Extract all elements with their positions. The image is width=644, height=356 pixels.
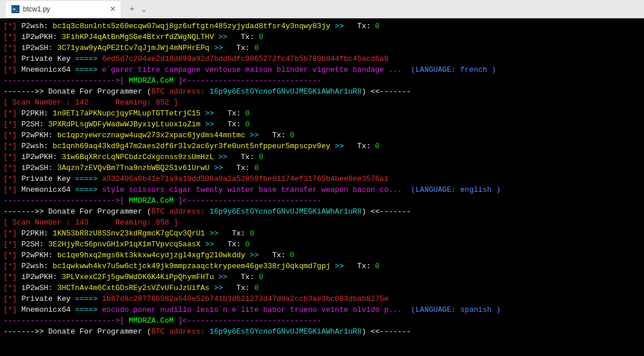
tab-active[interactable]: >_ btcw1.py ✕ [6, 1, 121, 17]
terminal-output: [*] P2wsh: bc1q3c8unlnts5z60ecqw07wqj8gz… [0, 18, 644, 356]
new-tab-button[interactable]: + [130, 5, 134, 14]
tab-title: btcw1.py [23, 5, 50, 13]
tab-bar: >_ btcw1.py ✕ + ⌄ [0, 0, 644, 18]
tab-dropdown-icon[interactable]: ⌄ [141, 4, 146, 14]
close-icon[interactable]: ✕ [110, 5, 116, 13]
powershell-icon: >_ [11, 5, 20, 13]
window: >_ btcw1.py ✕ + ⌄ [*] P2wsh: bc1q3c8unln… [0, 0, 644, 356]
